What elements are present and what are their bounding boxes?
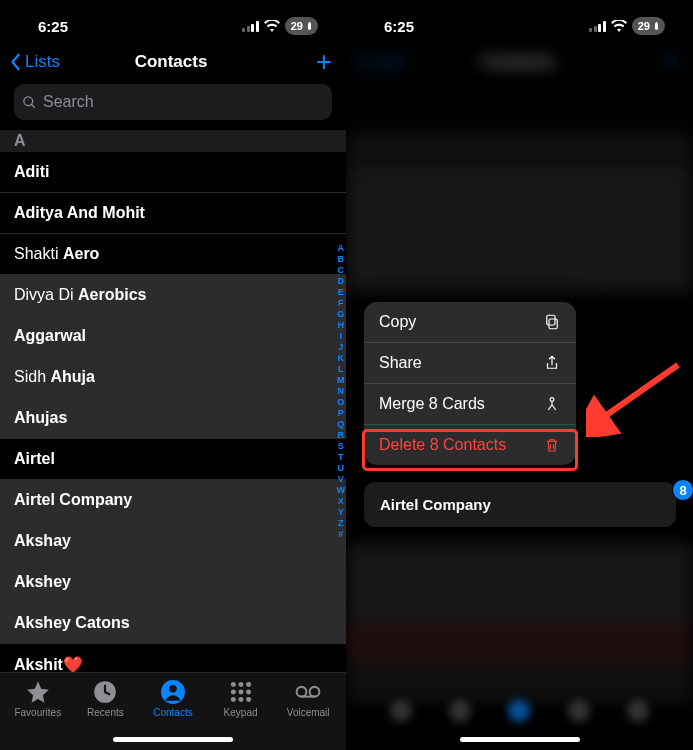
index-letter[interactable]: Q: [337, 419, 346, 430]
contact-row[interactable]: Akshay: [0, 521, 346, 562]
index-letter[interactable]: #: [337, 529, 346, 540]
index-letter[interactable]: A: [337, 243, 346, 254]
index-letter[interactable]: L: [337, 364, 346, 375]
contact-list[interactable]: AditiAditya And MohitShakti AeroDivya Di…: [0, 152, 346, 686]
menu-label: Delete 8 Contacts: [379, 436, 506, 454]
selected-contact-preview[interactable]: Airtel Company: [364, 482, 676, 527]
svg-point-14: [297, 687, 307, 697]
svg-point-11: [231, 697, 236, 702]
home-indicator[interactable]: [460, 737, 580, 742]
contact-row[interactable]: Akshey Catons: [0, 603, 346, 644]
menu-merge[interactable]: Merge 8 Cards: [364, 384, 576, 425]
menu-share[interactable]: Share: [364, 343, 576, 384]
svg-point-12: [238, 697, 243, 702]
search-container: Search: [0, 84, 346, 130]
svg-point-8: [231, 690, 236, 695]
index-letter[interactable]: D: [337, 276, 346, 287]
contact-row[interactable]: Shakti Aero: [0, 234, 346, 275]
svg-point-13: [246, 697, 251, 702]
index-letter[interactable]: V: [337, 474, 346, 485]
wifi-icon: [264, 20, 280, 32]
svg-point-15: [310, 687, 320, 697]
share-icon: [543, 354, 561, 372]
svg-point-10: [246, 690, 251, 695]
index-letter[interactable]: W: [337, 485, 346, 496]
svg-rect-17: [655, 23, 658, 30]
context-menu: Copy Share Merge 8 Cards Delete 8 Contac…: [364, 302, 576, 465]
section-header: A: [0, 130, 346, 152]
cellular-icon: [242, 21, 259, 32]
nav-bar: Lists Contacts +: [0, 42, 346, 84]
index-letter[interactable]: Y: [337, 507, 346, 518]
contact-row[interactable]: Akshey: [0, 562, 346, 603]
back-button[interactable]: Lists: [10, 52, 70, 72]
battery-icon: 29: [632, 17, 665, 35]
contact-row[interactable]: Ahujas: [0, 398, 346, 439]
tab-label: Keypad: [224, 707, 258, 718]
index-letter[interactable]: B: [337, 254, 346, 265]
index-letter[interactable]: J: [337, 342, 346, 353]
contact-row[interactable]: Aditi: [0, 152, 346, 193]
status-bar: 6:25 29: [0, 0, 346, 42]
contact-row[interactable]: Airtel: [0, 439, 346, 480]
page-title: Contacts: [70, 52, 272, 72]
index-letter[interactable]: R: [337, 430, 346, 441]
home-indicator[interactable]: [113, 737, 233, 742]
svg-rect-19: [549, 319, 557, 329]
index-letter[interactable]: I: [337, 331, 346, 342]
index-letter[interactable]: K: [337, 353, 346, 364]
index-letter[interactable]: C: [337, 265, 346, 276]
status-icons: 29: [242, 17, 318, 35]
svg-point-9: [238, 690, 243, 695]
svg-rect-0: [308, 23, 311, 30]
contact-row[interactable]: Sidh Ahuja: [0, 357, 346, 398]
tab-label: Favourites: [14, 707, 61, 718]
svg-rect-20: [547, 315, 555, 325]
copy-icon: [543, 313, 561, 331]
index-letter[interactable]: E: [337, 287, 346, 298]
star-icon: [25, 679, 51, 705]
left-screenshot: 6:25 29 Lists Contacts + Search A AditiA…: [0, 0, 346, 750]
index-letter[interactable]: M: [337, 375, 346, 386]
index-letter[interactable]: P: [337, 408, 346, 419]
tab-favourites[interactable]: Favourites: [7, 679, 69, 750]
svg-rect-1: [309, 22, 311, 23]
index-letter[interactable]: G: [337, 309, 346, 320]
contact-row[interactable]: Aggarwal: [0, 316, 346, 357]
index-letter[interactable]: X: [337, 496, 346, 507]
index-letter[interactable]: Z: [337, 518, 346, 529]
contact-row[interactable]: Divya Di Aerobics: [0, 275, 346, 316]
contact-row[interactable]: Airtel Company: [0, 480, 346, 521]
svg-point-21: [550, 398, 554, 402]
index-letter[interactable]: O: [337, 397, 346, 408]
alphabet-index[interactable]: ABCDEFGHIJKLMNOPQRSTUVWXYZ#: [337, 243, 346, 540]
svg-rect-18: [656, 22, 658, 23]
menu-label: Copy: [379, 313, 416, 331]
search-icon: [22, 95, 37, 110]
clock-icon: [92, 679, 118, 705]
index-letter[interactable]: T: [337, 452, 346, 463]
contact-row[interactable]: Aditya And Mohit: [0, 193, 346, 234]
tab-voicemail[interactable]: Voicemail: [277, 679, 339, 750]
index-letter[interactable]: F: [337, 298, 346, 309]
voicemail-icon: [295, 679, 321, 705]
menu-copy[interactable]: Copy: [364, 302, 576, 343]
index-letter[interactable]: N: [337, 386, 346, 397]
keypad-icon: [228, 679, 254, 705]
svg-point-7: [246, 682, 251, 687]
menu-label: Share: [379, 354, 422, 372]
svg-point-4: [169, 685, 177, 693]
tab-bar: Favourites Recents Contacts Keypad Voice…: [0, 672, 346, 750]
index-letter[interactable]: H: [337, 320, 346, 331]
status-time: 6:25: [38, 18, 68, 35]
menu-delete[interactable]: Delete 8 Contacts: [364, 425, 576, 465]
battery-icon: 29: [285, 17, 318, 35]
index-letter[interactable]: S: [337, 441, 346, 452]
add-contact-button[interactable]: +: [272, 52, 332, 72]
search-input[interactable]: Search: [14, 84, 332, 120]
index-letter[interactable]: U: [337, 463, 346, 474]
preview-label: Airtel Company: [380, 496, 491, 513]
tab-label: Recents: [87, 707, 124, 718]
trash-icon: [543, 436, 561, 454]
merge-icon: [543, 395, 561, 413]
